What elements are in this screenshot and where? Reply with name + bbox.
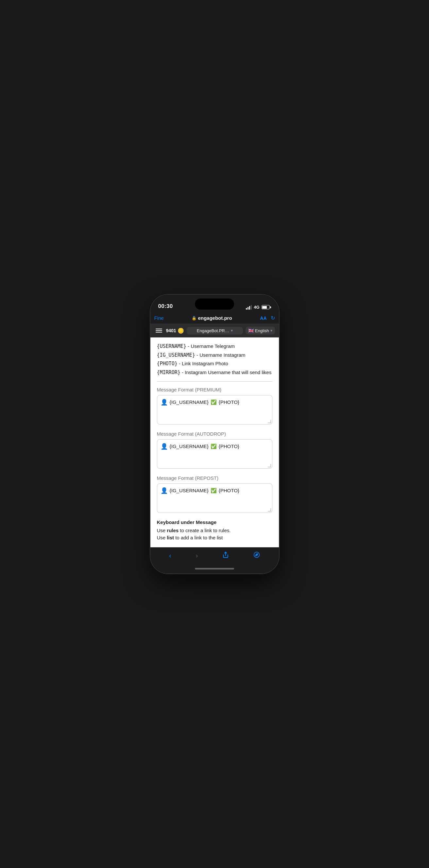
- toolbar-forward-button[interactable]: ›: [193, 549, 201, 562]
- toolbar-back-button[interactable]: ‹: [166, 549, 174, 562]
- keyboard-desc-list: Use list to add a link to the list: [157, 534, 272, 542]
- var-desc-ig-username: - Username Instagram: [197, 352, 245, 358]
- check-emoji-autodrop: ✅: [210, 443, 217, 450]
- section-label-autodrop: Message Format (AUTODROP): [157, 431, 272, 437]
- battery-icon: [262, 305, 271, 309]
- list-keyword: list: [167, 535, 174, 540]
- content-area[interactable]: {USERNAME} - Username Telegram {IG_USERN…: [151, 337, 279, 547]
- hamburger-line-2: [156, 330, 162, 331]
- variable-username: {USERNAME} - Username Telegram: [157, 343, 272, 350]
- signal-bar-2: [248, 307, 249, 310]
- language-chevron-icon: ▾: [270, 328, 272, 333]
- variable-mirror: {MIRROR} - Instagram Username that will …: [157, 369, 272, 376]
- bottom-toolbar: ‹ ›: [151, 547, 279, 564]
- message-content-repost: 👤 {IG_USERNAME} ✅ {PHOTO}: [161, 487, 269, 494]
- keyboard-desc-rules: Use rules to create a link to rules.: [157, 527, 272, 534]
- var-name-username: {USERNAME}: [157, 343, 186, 349]
- keyboard-section: Keyboard under Message Use rules to crea…: [157, 520, 272, 542]
- signal-bar-1: [246, 308, 247, 310]
- lock-icon: 🔒: [192, 316, 197, 320]
- resize-handle-repost[interactable]: [268, 508, 271, 512]
- hamburger-button[interactable]: [154, 327, 164, 334]
- var-name-photo: {PHOTO}: [157, 361, 177, 367]
- battery-fill: [262, 306, 267, 309]
- status-icons: 4G: [246, 305, 271, 310]
- nav-site-name: EngageBot.PRO ◆..: [197, 328, 230, 333]
- check-emoji-repost: ✅: [210, 488, 217, 494]
- section-repost: Message Format (REPOST) 👤 {IG_USERNAME} …: [157, 475, 272, 513]
- message-textarea-repost[interactable]: 👤 {IG_USERNAME} ✅ {PHOTO}: [157, 484, 272, 513]
- section-label-repost: Message Format (REPOST): [157, 475, 272, 481]
- var-desc-mirror: - Instagram Username that will send like…: [182, 370, 271, 375]
- signal-bars: [246, 305, 252, 310]
- refresh-button[interactable]: ↻: [271, 315, 275, 321]
- toolbar-share-button[interactable]: [220, 549, 231, 562]
- hamburger-line-3: [156, 332, 162, 333]
- message-textarea-autodrop[interactable]: 👤 {IG_USERNAME} ✅ {PHOTO}: [157, 439, 272, 469]
- browser-bar: Fine 🔒 engagebot.pro AA ↻: [151, 312, 279, 324]
- msg-ig-username-repost: {IG_USERNAME}: [170, 488, 209, 493]
- var-name-mirror: {MIRROR}: [157, 370, 180, 375]
- back-label[interactable]: Fine: [154, 315, 164, 321]
- check-emoji-premium: ✅: [210, 399, 217, 405]
- aa-button[interactable]: AA: [260, 315, 266, 321]
- message-textarea-premium[interactable]: 👤 {IG_USERNAME} ✅ {PHOTO}: [157, 395, 272, 425]
- msg-photo-repost: {PHOTO}: [219, 488, 239, 493]
- message-content-autodrop: 👤 {IG_USERNAME} ✅ {PHOTO}: [161, 443, 269, 450]
- signal-bar-3: [249, 306, 250, 310]
- battery-tip: [270, 306, 271, 308]
- browser-url: engagebot.pro: [198, 315, 232, 321]
- hamburger-line-1: [156, 329, 162, 329]
- credit-amount: 9401: [166, 328, 176, 333]
- browser-url-bar[interactable]: 🔒 engagebot.pro: [167, 315, 257, 321]
- resize-handle-autodrop[interactable]: [268, 464, 271, 467]
- variables-list: {USERNAME} - Username Telegram {IG_USERN…: [157, 343, 272, 376]
- var-desc-photo: - Link Instagram Photo: [179, 361, 228, 366]
- nav-chevron-icon: ▾: [231, 328, 233, 333]
- var-desc-username: - Username Telegram: [188, 343, 235, 349]
- nav-site-selector[interactable]: EngageBot.PRO ◆.. ▾: [187, 327, 243, 335]
- nav-credit: 9401 🪙: [166, 328, 184, 334]
- browser-actions: AA ↻: [260, 315, 275, 321]
- home-bar: [195, 568, 234, 569]
- keyboard-title: Keyboard under Message: [157, 520, 272, 525]
- nav-language-selector[interactable]: 🇬🇧 English ▾: [245, 327, 275, 335]
- variable-ig-username: {IG_USERNAME} - Username Instagram: [157, 351, 272, 359]
- msg-ig-username-premium: {IG_USERNAME}: [170, 399, 209, 405]
- flag-icon: 🇬🇧: [248, 328, 254, 333]
- svg-marker-2: [255, 554, 258, 556]
- section-label-premium: Message Format (PREMIUM): [157, 387, 272, 393]
- network-label: 4G: [254, 305, 259, 310]
- toolbar-compass-button[interactable]: [251, 549, 263, 562]
- dynamic-island: [195, 299, 234, 310]
- msg-photo-premium: {PHOTO}: [219, 399, 239, 405]
- language-label: English: [255, 328, 269, 333]
- rules-keyword: rules: [167, 528, 178, 533]
- section-autodrop: Message Format (AUTODROP) 👤 {IG_USERNAME…: [157, 431, 272, 469]
- msg-photo-autodrop: {PHOTO}: [219, 443, 239, 449]
- person-icon-autodrop: 👤: [161, 443, 168, 450]
- var-name-ig-username: {IG_USERNAME}: [157, 352, 195, 358]
- credit-icon: 🪙: [177, 328, 184, 334]
- phone-frame: 00:30 4G Fine 🔒 engagebot.pro AA: [151, 294, 279, 574]
- resize-handle-premium[interactable]: [268, 420, 271, 423]
- battery-body: [262, 305, 270, 309]
- person-icon-premium: 👤: [161, 399, 168, 406]
- variable-photo: {PHOTO} - Link Instagram Photo: [157, 360, 272, 368]
- content-scroll: {USERNAME} - Username Telegram {IG_USERN…: [151, 337, 279, 547]
- section-premium: Message Format (PREMIUM) 👤 {IG_USERNAME}…: [157, 387, 272, 425]
- message-content-premium: 👤 {IG_USERNAME} ✅ {PHOTO}: [161, 399, 269, 406]
- status-time: 00:30: [158, 303, 173, 310]
- home-indicator: [151, 564, 279, 574]
- person-icon-repost: 👤: [161, 487, 168, 494]
- nav-bar: 9401 🪙 EngageBot.PRO ◆.. ▾ 🇬🇧 English ▾: [151, 324, 279, 337]
- divider-1: [157, 381, 272, 382]
- msg-ig-username-autodrop: {IG_USERNAME}: [170, 443, 209, 449]
- signal-bar-4: [251, 305, 252, 310]
